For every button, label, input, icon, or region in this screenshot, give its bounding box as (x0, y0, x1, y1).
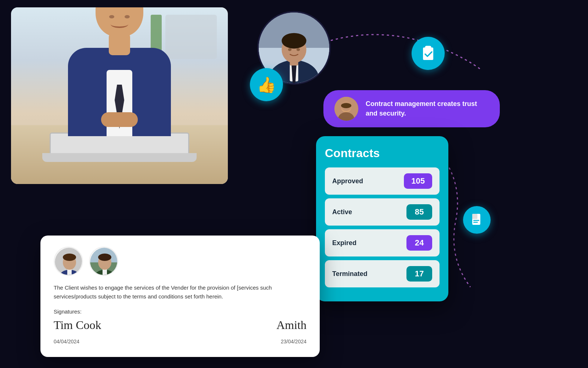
contracts-row-approved: Approved 105 (325, 167, 440, 195)
signature2: Amith (276, 318, 306, 332)
signatures-label: Signatures: (54, 308, 306, 315)
svg-point-16 (341, 103, 351, 108)
main-hero-photo (11, 7, 228, 184)
svg-point-25 (63, 254, 76, 261)
date1: 04/04/2024 (54, 339, 79, 344)
signatures-row: Tim Cook Amith (54, 318, 306, 332)
signature1: Tim Cook (54, 318, 101, 332)
contracts-row-expired: Expired 24 (325, 229, 440, 256)
document-icon-bubble (463, 206, 491, 234)
thumbs-up-icon: 👍 (257, 76, 276, 94)
svg-point-9 (297, 48, 300, 51)
svg-rect-10 (423, 47, 433, 60)
approved-label: Approved (332, 177, 363, 185)
svg-rect-18 (472, 214, 477, 219)
date2: 23/04/2024 (281, 339, 306, 344)
contracts-row-active: Active 85 (325, 198, 440, 226)
signee2-avatar (89, 247, 118, 276)
clipboard-check-bubble (412, 37, 445, 70)
thumbs-up-icon-bubble: 👍 (250, 68, 283, 101)
contract-body-text: The Client wishes to engage the services… (54, 283, 306, 301)
terminated-value: 17 (406, 266, 432, 282)
contracts-title: Contracts (325, 146, 440, 160)
bubble-avatar (334, 97, 358, 121)
active-label: Active (332, 208, 352, 216)
svg-point-8 (288, 48, 292, 51)
document-icon (470, 213, 484, 227)
svg-rect-11 (425, 46, 431, 49)
message-text: Contract management creates trust and se… (366, 99, 489, 118)
dates-row: 04/04/2024 23/04/2024 (54, 336, 306, 344)
clipboard-check-icon (420, 45, 436, 61)
contracts-row-terminated: Terminated 17 (325, 260, 440, 287)
expired-label: Expired (332, 239, 356, 247)
message-bubble: Contract management creates trust and se… (323, 90, 500, 127)
contract-document-card: The Client wishes to engage the services… (40, 236, 320, 357)
contracts-card: Contracts Approved 105 Active 85 Expired… (316, 136, 448, 301)
expired-value: 24 (406, 235, 432, 251)
svg-point-31 (98, 254, 111, 261)
signee1-avatar (54, 247, 83, 276)
terminated-label: Terminated (332, 270, 368, 278)
contract-avatars (54, 247, 306, 276)
approved-value: 105 (404, 173, 432, 189)
active-value: 85 (406, 204, 432, 220)
svg-point-7 (282, 33, 306, 49)
